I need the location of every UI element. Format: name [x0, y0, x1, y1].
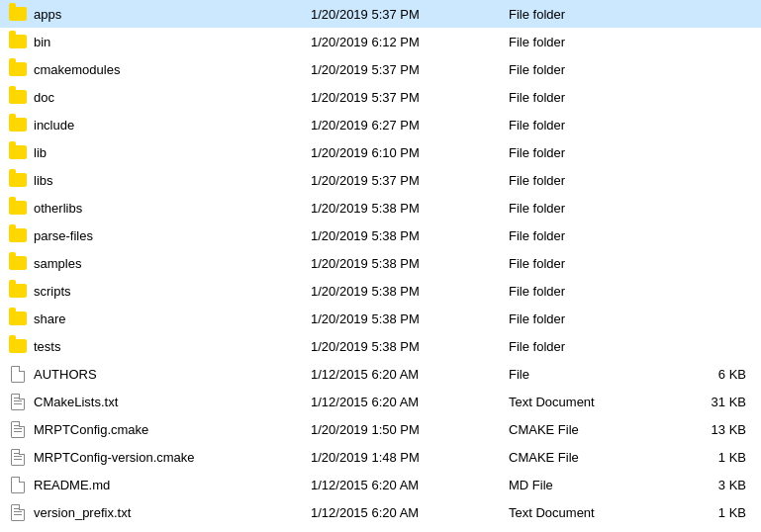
folder-icon [8, 32, 28, 51]
file-date: 1/12/2015 6:20 AM [311, 367, 509, 382]
file-type: File folder [509, 118, 667, 133]
file-date: 1/20/2019 5:38 PM [311, 201, 509, 216]
file-type: File folder [509, 7, 667, 22]
table-row[interactable]: lib1/20/2019 6:10 PMFile folder [0, 138, 761, 166]
file-name: include [34, 118, 311, 133]
file-date: 1/20/2019 5:38 PM [311, 284, 509, 299]
file-name: apps [34, 7, 311, 22]
table-row[interactable]: README.md1/12/2015 6:20 AMMD File3 KB [0, 471, 761, 498]
file-type: Text Document [509, 505, 667, 520]
file-type: File folder [509, 339, 667, 354]
file-date: 1/20/2019 6:27 PM [311, 118, 509, 133]
file-date: 1/20/2019 5:38 PM [311, 311, 509, 326]
file-size: 1 KB [667, 450, 746, 465]
file-type: File folder [509, 284, 667, 299]
file-date: 1/20/2019 5:37 PM [311, 173, 509, 188]
file-name: lib [34, 145, 311, 160]
file-type: File folder [509, 228, 667, 243]
file-name: samples [34, 256, 311, 271]
file-date: 1/20/2019 6:10 PM [311, 145, 509, 160]
file-lines-icon [8, 502, 28, 522]
file-name: tests [34, 339, 311, 354]
folder-icon [8, 142, 28, 162]
file-type: CMAKE File [509, 450, 667, 465]
file-date: 1/20/2019 6:12 PM [311, 35, 509, 49]
table-row[interactable]: MRPTConfig-version.cmake1/20/2019 1:48 P… [0, 443, 761, 471]
folder-icon [8, 59, 28, 79]
file-date: 1/20/2019 1:50 PM [311, 422, 509, 437]
table-row[interactable]: apps1/20/2019 5:37 PMFile folder [0, 0, 761, 28]
file-date: 1/20/2019 1:48 PM [311, 450, 509, 465]
table-row[interactable]: parse-files1/20/2019 5:38 PMFile folder [0, 222, 761, 249]
table-row[interactable]: scripts1/20/2019 5:38 PMFile folder [0, 277, 761, 305]
file-name: bin [34, 35, 311, 49]
file-name: MRPTConfig.cmake [34, 422, 311, 437]
file-name: MRPTConfig-version.cmake [34, 450, 311, 465]
table-row[interactable]: AUTHORS1/12/2015 6:20 AMFile6 KB [0, 360, 761, 388]
file-size: 6 KB [667, 367, 746, 382]
folder-icon [8, 253, 28, 273]
file-generic-icon [8, 364, 28, 384]
file-generic-icon [8, 475, 28, 494]
file-lines-icon [8, 392, 28, 411]
file-name: scripts [34, 284, 311, 299]
table-row[interactable]: libs1/20/2019 5:37 PMFile folder [0, 166, 761, 194]
file-lines-icon [8, 419, 28, 439]
table-row[interactable]: MRPTConfig.cmake1/20/2019 1:50 PMCMAKE F… [0, 415, 761, 443]
table-row[interactable]: cmakemodules1/20/2019 5:37 PMFile folder [0, 55, 761, 83]
table-row[interactable]: share1/20/2019 5:38 PMFile folder [0, 305, 761, 332]
file-date: 1/20/2019 5:38 PM [311, 228, 509, 243]
file-name: AUTHORS [34, 367, 311, 382]
file-size: 13 KB [667, 422, 746, 437]
file-type: CMAKE File [509, 422, 667, 437]
file-name: version_prefix.txt [34, 505, 311, 520]
table-row[interactable]: doc1/20/2019 5:37 PMFile folder [0, 83, 761, 111]
file-type: File folder [509, 90, 667, 105]
file-type: File folder [509, 201, 667, 216]
folder-icon [8, 336, 28, 356]
file-name: share [34, 311, 311, 326]
file-name: libs [34, 173, 311, 188]
file-name: otherlibs [34, 201, 311, 216]
table-row[interactable]: otherlibs1/20/2019 5:38 PMFile folder [0, 194, 761, 222]
file-lines-icon [8, 447, 28, 467]
file-type: Text Document [509, 395, 667, 409]
table-row[interactable]: include1/20/2019 6:27 PMFile folder [0, 111, 761, 138]
table-row[interactable]: samples1/20/2019 5:38 PMFile folder [0, 249, 761, 277]
file-size: 31 KB [667, 395, 746, 409]
file-date: 1/20/2019 5:38 PM [311, 339, 509, 354]
table-row[interactable]: bin1/20/2019 6:12 PMFile folder [0, 28, 761, 55]
file-type: File folder [509, 145, 667, 160]
file-date: 1/20/2019 5:37 PM [311, 90, 509, 105]
file-type: File folder [509, 311, 667, 326]
table-row[interactable]: version_prefix.txt1/12/2015 6:20 AMText … [0, 498, 761, 526]
file-type: File folder [509, 173, 667, 188]
file-list: apps1/20/2019 5:37 PMFile folderbin1/20/… [0, 0, 761, 526]
file-type: File folder [509, 256, 667, 271]
folder-icon [8, 309, 28, 328]
folder-icon [8, 87, 28, 107]
file-size: 1 KB [667, 505, 746, 520]
file-date: 1/12/2015 6:20 AM [311, 395, 509, 409]
file-date: 1/20/2019 5:37 PM [311, 62, 509, 77]
table-row[interactable]: tests1/20/2019 5:38 PMFile folder [0, 332, 761, 360]
folder-icon [8, 198, 28, 218]
folder-icon [8, 170, 28, 190]
folder-icon [8, 281, 28, 301]
file-date: 1/12/2015 6:20 AM [311, 478, 509, 492]
file-name: parse-files [34, 228, 311, 243]
file-type: File [509, 367, 667, 382]
file-name: CMakeLists.txt [34, 395, 311, 409]
file-type: File folder [509, 35, 667, 49]
file-type: File folder [509, 62, 667, 77]
table-row[interactable]: CMakeLists.txt1/12/2015 6:20 AMText Docu… [0, 388, 761, 415]
file-date: 1/12/2015 6:20 AM [311, 505, 509, 520]
folder-icon [8, 115, 28, 134]
folder-icon [8, 225, 28, 245]
file-name: cmakemodules [34, 62, 311, 77]
file-date: 1/20/2019 5:38 PM [311, 256, 509, 271]
file-size: 3 KB [667, 478, 746, 492]
file-type: MD File [509, 478, 667, 492]
file-name: doc [34, 90, 311, 105]
folder-icon [8, 4, 28, 24]
